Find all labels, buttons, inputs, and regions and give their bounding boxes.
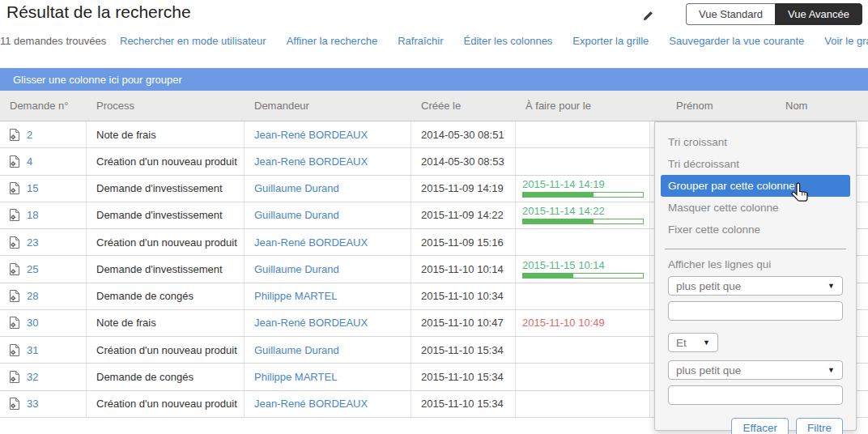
- process-document-icon: [8, 181, 21, 195]
- apply-filter-button[interactable]: Filtre: [796, 418, 843, 434]
- toolbar-link[interactable]: Rafraîchir: [398, 35, 443, 47]
- process-cell: Note de frais: [87, 121, 245, 147]
- chevron-down-icon: ▼: [828, 366, 835, 374]
- process-document-icon: [8, 128, 21, 142]
- created-date-cell: 2014-05-30 08:53: [411, 148, 516, 174]
- process-cell: Demande de congés: [87, 364, 245, 389]
- deadline-progress-fill: [523, 274, 573, 278]
- request-id-link[interactable]: 23: [27, 236, 38, 249]
- created-date-cell: 2015-11-10 10:34: [411, 283, 516, 309]
- due-date-cell: [516, 121, 650, 147]
- process-cell: Demande de congés: [87, 283, 245, 309]
- requester-link[interactable]: Philippe MARTEL: [254, 290, 337, 302]
- process-document-icon: [8, 236, 21, 249]
- requester-link[interactable]: Guillaume Durand: [254, 182, 339, 194]
- filter-join-operator-select[interactable]: Et ▼: [668, 333, 718, 352]
- column-header-nom[interactable]: Nom: [776, 100, 868, 112]
- chevron-down-icon: ▼: [703, 338, 710, 347]
- created-date-cell: 2014-05-30 08:51: [411, 121, 516, 147]
- process-document-icon: [8, 397, 21, 411]
- request-id-link[interactable]: 33: [27, 398, 38, 410]
- requester-link[interactable]: Guillaume Durand: [254, 263, 339, 275]
- process-cell: Demande d'investissement: [87, 256, 245, 282]
- requester-link[interactable]: Jean-René BORDEAUX: [254, 155, 368, 168]
- requester-link[interactable]: Jean-René BORDEAUX: [254, 398, 368, 410]
- filter-condition-1-value: plus petit que: [676, 280, 741, 292]
- request-id-link[interactable]: 18: [27, 209, 38, 221]
- process-cell: Création d'un nouveau produit: [87, 148, 245, 174]
- column-header-a-faire[interactable]: À faire pour le: [516, 100, 650, 112]
- menu-item[interactable]: Tri décroissant: [655, 153, 856, 175]
- requester-link[interactable]: Jean-René BORDEAUX: [254, 236, 368, 249]
- process-document-icon: [8, 289, 21, 303]
- toolbar: 11 demandes trouvées Rechercher en mode …: [0, 35, 868, 47]
- column-header-creee-le[interactable]: Créée le: [411, 100, 516, 112]
- process-document-icon: [8, 370, 21, 384]
- filter-condition-2-select[interactable]: plus petit que ▼: [668, 360, 843, 380]
- request-id-link[interactable]: 32: [27, 371, 38, 383]
- process-document-icon: [8, 343, 21, 357]
- toolbar-link[interactable]: Rechercher en mode utilisateur: [120, 35, 266, 47]
- due-date-cell: [516, 283, 650, 309]
- created-date-cell: 2015-11-10 15:34: [411, 391, 516, 417]
- toolbar-link[interactable]: Affiner la recherche: [287, 35, 378, 47]
- menu-item[interactable]: Fixer cette colonne: [655, 219, 856, 240]
- column-context-menu: Tri croissantTri décroissantGrouper par …: [654, 121, 857, 431]
- deadline-progress-bar: [522, 273, 644, 279]
- created-date-cell: 2015-11-10 10:14: [411, 256, 516, 282]
- process-document-icon: [8, 262, 21, 276]
- column-header-demandeur[interactable]: Demandeur: [245, 100, 411, 112]
- filter-condition-1-select[interactable]: plus petit que ▼: [668, 276, 843, 296]
- due-date-cell: [516, 391, 650, 417]
- column-header-demande[interactable]: Demande n°: [0, 100, 87, 112]
- menu-items: Tri croissantTri décroissantGrouper par …: [655, 122, 856, 240]
- requester-link[interactable]: Guillaume Durand: [254, 344, 339, 356]
- request-id-link[interactable]: 4: [27, 155, 32, 168]
- pencil-icon[interactable]: [642, 10, 654, 25]
- vue-avancee-button[interactable]: Vue Avancée: [775, 3, 862, 25]
- toolbar-links: Rechercher en mode utilisateurAffiner la…: [120, 35, 868, 47]
- due-date-cell: 2015-11-14 14:19: [516, 176, 650, 202]
- filter-section: Afficher les lignes qui plus petit que ▼…: [655, 249, 856, 434]
- requester-link[interactable]: Jean-René BORDEAUX: [254, 129, 368, 141]
- due-date-text: 2015-11-15 10:14: [522, 260, 605, 271]
- toolbar-link[interactable]: Voir le graphique: [824, 35, 868, 47]
- column-header-prenom[interactable]: Prénom: [650, 100, 776, 112]
- result-count: 11 demandes trouvées: [0, 35, 120, 47]
- requester-link[interactable]: Philippe MARTEL: [254, 371, 337, 383]
- filter-join-operator-value: Et: [676, 337, 687, 349]
- filter-value-2-input[interactable]: [668, 385, 843, 405]
- toolbar-link[interactable]: Sauvegarder la vue courante: [669, 35, 804, 47]
- deadline-progress-bar: [522, 192, 644, 198]
- group-drop-zone[interactable]: Glisser une colonne ici pour grouper: [0, 68, 868, 91]
- request-id-link[interactable]: 30: [27, 317, 38, 329]
- process-cell: Création d'un nouveau produit: [87, 337, 245, 363]
- request-id-link[interactable]: 25: [27, 263, 38, 275]
- requester-link[interactable]: Jean-René BORDEAUX: [254, 317, 368, 329]
- created-date-cell: 2015-11-09 14:22: [411, 202, 516, 228]
- process-cell: Note de frais: [87, 310, 245, 336]
- request-id-link[interactable]: 28: [27, 290, 38, 302]
- process-cell: Demande d'investissement: [87, 176, 245, 202]
- filter-value-1-input[interactable]: [668, 301, 843, 321]
- filter-condition-2-value: plus petit que: [676, 364, 741, 377]
- menu-item[interactable]: Tri croissant: [655, 131, 856, 153]
- view-toggle: Vue Standard Vue Avancée: [686, 3, 862, 25]
- due-date-cell: [516, 148, 650, 174]
- vue-standard-button[interactable]: Vue Standard: [686, 3, 775, 25]
- request-id-link[interactable]: 15: [27, 182, 38, 194]
- page-title: Résultat de la recherche: [6, 2, 191, 22]
- clear-filter-button[interactable]: Effacer: [731, 418, 789, 434]
- menu-item[interactable]: Masquer cette colonne: [655, 197, 856, 219]
- process-document-icon: [8, 316, 21, 330]
- request-id-link[interactable]: 2: [27, 129, 32, 141]
- request-id-link[interactable]: 31: [27, 344, 38, 356]
- toolbar-link[interactable]: Exporter la grille: [572, 35, 649, 47]
- process-cell: Création d'un nouveau produit: [87, 229, 245, 255]
- column-header-process[interactable]: Process: [87, 100, 245, 112]
- requester-link[interactable]: Guillaume Durand: [254, 209, 339, 221]
- process-cell: Création d'un nouveau produit: [87, 391, 245, 417]
- created-date-cell: 2015-11-10 10:47: [411, 310, 516, 336]
- menu-item[interactable]: Grouper par cette colonne: [661, 175, 850, 197]
- toolbar-link[interactable]: Éditer les colonnes: [464, 35, 553, 47]
